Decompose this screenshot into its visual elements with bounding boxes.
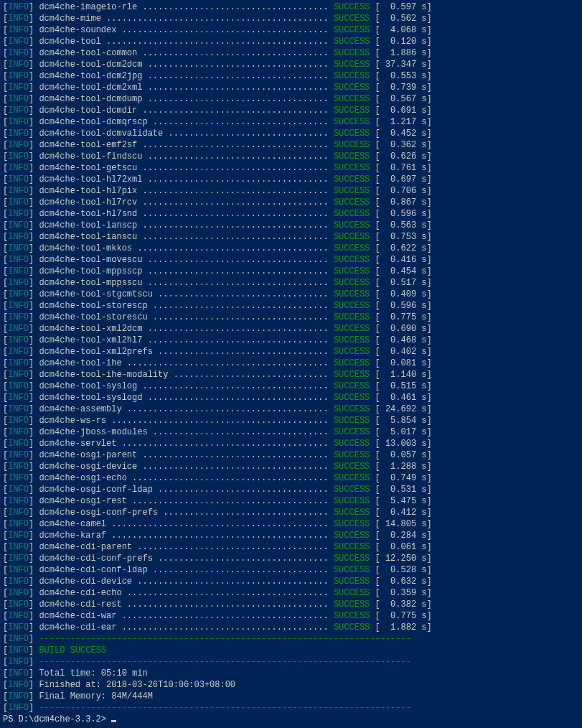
module-time: [ 0.402 s] [370,347,431,357]
status-success: SUCCESS [334,106,370,116]
status-success: SUCCESS [334,83,370,93]
status-success: SUCCESS [334,174,370,185]
terminal-output: [INFO] dcm4che-imageio-rle .............… [0,0,582,727]
module-time: [ 0.690 s] [370,324,431,334]
log-level-info: INFO [8,209,29,219]
status-success: SUCCESS [334,94,370,104]
log-level-info: INFO [8,278,29,288]
module-time: [ 1.288 s] [370,462,431,472]
log-bracket: ] [29,117,39,127]
log-bracket: ] [29,220,39,230]
log-bracket: ] [29,301,39,311]
module-time: [ 0.562 s] [370,14,431,24]
log-bracket: ] [29,347,39,357]
log-bracket: ] [29,508,39,518]
module-time: [ 0.749 s] [370,473,431,483]
module-row: dcm4che-jboss-modules ..................… [39,427,333,437]
module-row: dcm4che-servlet ........................… [39,439,333,449]
status-success: SUCCESS [334,439,370,449]
status-success: SUCCESS [334,622,370,633]
log-level-info: INFO [8,163,29,173]
module-row: dcm4che-cdi-parent .....................… [39,542,333,552]
module-row: dcm4che-osgi-device ....................… [39,462,333,472]
status-success: SUCCESS [334,48,370,58]
module-row: dcm4che-cdi-device .....................… [39,577,333,587]
log-level-info: INFO [8,393,29,403]
status-success: SUCCESS [334,289,370,299]
status-success: SUCCESS [334,255,370,265]
status-success: SUCCESS [334,301,370,311]
module-time: [ 0.632 s] [370,577,431,587]
status-success: SUCCESS [334,554,370,564]
log-bracket: ] [29,83,39,93]
log-level-info: INFO [8,531,29,541]
log-level-info: INFO [8,427,29,437]
module-time: [ 0.775 s] [370,312,431,322]
status-success: SUCCESS [334,393,370,403]
module-time: [ 4.068 s] [370,25,431,35]
status-success: SUCCESS [334,60,370,70]
log-bracket: ] [29,393,39,403]
module-time: [ 0.697 s] [370,174,431,185]
separator-line: ----------------------------------------… [39,703,410,713]
log-level-info: INFO [8,588,29,598]
module-time: [ 0.120 s] [370,37,431,47]
log-level-info: INFO [8,48,29,58]
module-row: dcm4che-soundex ........................… [39,25,333,35]
log-level-info: INFO [8,577,29,587]
log-level-info: INFO [8,94,29,104]
log-bracket: ] [29,370,39,380]
module-time: [ 0.284 s] [370,531,431,541]
module-row: dcm4che-tool-ianscp ....................… [39,220,333,230]
module-time: [ 0.622 s] [370,243,431,253]
module-row: dcm4che-tool-common ....................… [39,48,333,58]
log-bracket: ] [29,634,39,644]
log-bracket: ] [29,599,39,610]
log-bracket: ] [29,542,39,552]
module-time: [ 12.250 s] [370,554,431,564]
module-row: dcm4che-assembly .......................… [39,404,333,414]
status-success: SUCCESS [334,2,370,12]
status-success: SUCCESS [334,129,370,139]
log-bracket: ] [29,186,39,196]
status-success: SUCCESS [334,519,370,529]
status-success: SUCCESS [334,450,370,460]
module-time: [ 0.775 s] [370,611,431,621]
status-success: SUCCESS [334,232,370,242]
log-level-info: INFO [8,335,29,345]
log-level-info: INFO [8,496,29,506]
status-success: SUCCESS [334,312,370,322]
module-time: [ 0.753 s] [370,232,431,242]
log-level-info: INFO [8,197,29,207]
module-row: dcm4che-tool-dcmvalidate ...............… [39,129,333,139]
log-level-info: INFO [8,370,29,380]
log-bracket: ] [29,416,39,426]
log-level-info: INFO [8,255,29,265]
module-time: [ 0.362 s] [370,140,431,150]
log-bracket: ] [29,14,39,24]
log-bracket: ] [29,2,39,12]
prompt[interactable]: PS D:\dcm4che-3.3.2> [3,714,111,724]
module-row: dcm4che-osgi-parent ....................… [39,450,333,460]
status-success: SUCCESS [334,243,370,253]
log-bracket: ] [29,312,39,322]
status-success: SUCCESS [334,117,370,127]
log-bracket: ] [29,243,39,253]
log-bracket: ] [29,140,39,150]
module-row: dcm4che-tool-storescp ..................… [39,301,333,311]
log-bracket: ] [29,519,39,529]
log-bracket: ] [29,680,39,690]
module-row: dcm4che-mime ...........................… [39,14,333,24]
module-time: [ 0.553 s] [370,71,431,81]
module-row: dcm4che-cdi-echo .......................… [39,588,333,598]
status-success: SUCCESS [334,347,370,357]
module-row: dcm4che-cdi-conf-prefs .................… [39,554,333,564]
module-time: [ 13.003 s] [370,439,431,449]
module-time: [ 0.461 s] [370,393,431,403]
log-bracket: ] [29,71,39,81]
log-bracket: ] [29,37,39,47]
status-success: SUCCESS [334,37,370,47]
log-bracket: ] [29,427,39,437]
status-success: SUCCESS [334,324,370,334]
log-level-info: INFO [8,186,29,196]
